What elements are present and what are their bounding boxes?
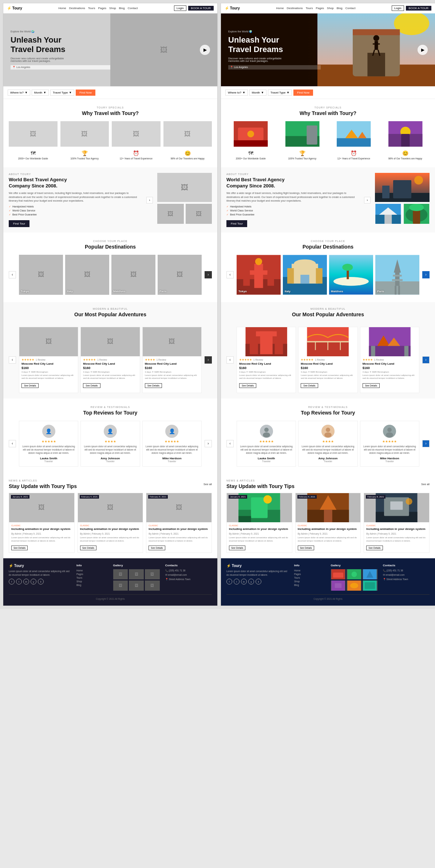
news-section: NEWS & ARTICLES Stay Update with Toury T…: [3, 474, 217, 558]
play-button-right[interactable]: ▶: [418, 45, 428, 55]
month-selector[interactable]: Month ▼: [32, 90, 49, 96]
youtube-icon-right[interactable]: y: [248, 579, 254, 584]
about-img-right-3: [403, 204, 430, 224]
dest-carousel-right: ‹: [226, 255, 430, 295]
find-tour-button[interactable]: Find Tour: [9, 220, 29, 227]
footer-link-blog-right[interactable]: Blog: [294, 584, 325, 586]
dest-img-italy-right: Italy: [283, 255, 327, 295]
adv-price-right-3: $160: [363, 366, 417, 370]
instagram-icon-right[interactable]: in: [241, 579, 247, 584]
dest-prev-arrow[interactable]: ‹: [9, 271, 16, 278]
see-all-link-right[interactable]: See all: [421, 483, 430, 486]
explore-tag: Explore the World 🌍: [11, 30, 114, 33]
news-detail-btn-1[interactable]: See Details: [11, 546, 28, 550]
where-to-right[interactable]: Where to? ▼: [225, 90, 248, 96]
adv-details-btn-right-1[interactable]: See Details: [239, 383, 256, 388]
gallery-img-right-3: [363, 569, 377, 579]
twitter-icon[interactable]: t: [16, 579, 22, 584]
linkedin-icon[interactable]: li: [38, 579, 44, 584]
svg-rect-101: [324, 510, 332, 522]
adv-review-right-3: 1 Review: [374, 358, 384, 361]
happy-icon-right: 😊: [381, 150, 430, 156]
footer-grid: ⚡ Toury Lorem ipsum dolor sit amet conse…: [9, 564, 212, 591]
adv-next-arrow[interactable]: ›: [205, 356, 212, 364]
footer-link-pages-right[interactable]: Pages: [294, 573, 325, 575]
adv-details-btn-right-2[interactable]: See Details: [301, 383, 318, 388]
find-now-button-right[interactable]: Find Now: [293, 90, 313, 96]
find-tour-button-right[interactable]: Find Tour: [226, 220, 247, 227]
month-right[interactable]: Month ▼: [249, 90, 266, 96]
why-title-right: Why Travel with Toury?: [226, 110, 430, 116]
adv-details-btn-1[interactable]: See Details: [21, 383, 39, 388]
adv-title-3: Moscow Red City Land: [145, 362, 199, 365]
adv-price-3: $160: [145, 366, 199, 370]
footer-link-shop-right[interactable]: Shop: [294, 580, 325, 583]
footer-link-home[interactable]: Home: [76, 569, 108, 572]
reviews-next-arrow[interactable]: ›: [205, 440, 212, 447]
gallery-img-right-4: [331, 580, 346, 591]
book-tour-button[interactable]: BOOK A TOUR: [188, 6, 214, 11]
adv-stars-right-2: ★★★★★: [301, 358, 313, 361]
adv-details-btn-3[interactable]: See Details: [145, 383, 162, 388]
about-next-arrow-right[interactable]: ›: [364, 197, 371, 203]
dest-prev-arrow-right[interactable]: ‹: [226, 271, 234, 278]
adv-details-btn-right-3[interactable]: See Details: [363, 383, 380, 388]
twitter-icon-right[interactable]: t: [234, 579, 240, 584]
see-all-link[interactable]: See all: [203, 483, 212, 486]
adv-prev-arrow[interactable]: ‹: [9, 356, 16, 364]
adv-next-arrow-right[interactable]: ›: [422, 356, 430, 364]
why-label-right-3: 12+ Years of Travel Experience: [329, 157, 378, 160]
svg-rect-29: [393, 180, 411, 198]
footer-desc: Lorem ipsum dolor sit amet consectetur a…: [9, 570, 71, 577]
login-button[interactable]: Login: [174, 5, 186, 11]
play-button[interactable]: ▶: [200, 45, 210, 55]
dest-next-arrow-right[interactable]: ›: [422, 271, 430, 278]
about-section: ABOUT TOURY World Best Travel AgencyComp…: [3, 167, 217, 232]
experience-icon: ⏰: [112, 150, 161, 156]
adv-prev-arrow-right[interactable]: ‹: [226, 356, 234, 364]
footer-link-tours-right[interactable]: Tours: [294, 576, 325, 579]
footer-link-pages[interactable]: Pages: [76, 573, 108, 575]
login-button-right[interactable]: Login: [392, 5, 404, 11]
hero-location: 📍 Los Angeles: [11, 65, 114, 70]
travel-type-right[interactable]: Travel Type ▼: [268, 90, 292, 96]
reviews-prev-arrow-right[interactable]: ‹: [226, 440, 234, 447]
dest-card-italy-right: Italy: [283, 255, 327, 295]
dest-img-tokyo: 🖼: [19, 255, 63, 295]
dest-label-italy: Italy: [67, 290, 73, 293]
adv-details-btn-2[interactable]: See Details: [83, 383, 100, 388]
news-detail-btn-2[interactable]: See Details: [80, 546, 96, 550]
news-detail-btn-right-3[interactable]: See Details: [366, 546, 383, 550]
footer-link-shop[interactable]: Shop: [76, 580, 108, 583]
footer-link-home-right[interactable]: Home: [294, 569, 325, 572]
adv-card-2: 🖼 ★★★★★ 1 Review Moscow Red City Land $1…: [80, 327, 140, 393]
about-next-arrow[interactable]: ›: [146, 197, 153, 203]
reviews-prev-arrow[interactable]: ‹: [9, 440, 16, 447]
news-detail-btn-right-1[interactable]: See Details: [229, 546, 245, 550]
youtube-icon[interactable]: y: [31, 579, 36, 584]
about-section-right: ABOUT TOURY World Best Travel AgencyComp…: [221, 167, 435, 232]
linkedin-icon-right[interactable]: li: [256, 579, 261, 584]
adv-meta-3: 3 days ☀ SMR Birmingham: [145, 370, 199, 373]
reviews-next-arrow-right[interactable]: ›: [422, 440, 430, 447]
reviews-section-right: REVIEW & TESTIMONIALS Top Reviews for To…: [221, 399, 435, 474]
reviewer-name-right-1: Lauka Smith: [240, 457, 293, 460]
find-now-button[interactable]: Find Now: [76, 90, 95, 96]
news-detail-btn-3[interactable]: See Details: [149, 546, 165, 550]
dest-next-arrow[interactable]: ›: [205, 271, 212, 278]
adv-card-3: 🖼 ★★★★ 1 Review Moscow Red City Land $16…: [142, 327, 202, 393]
footer-link-tours[interactable]: Tours: [76, 576, 108, 579]
adventures-section-right: MODERN & BEAUTIFUL Our Most Popular Adve…: [221, 302, 435, 399]
where-to-input[interactable]: Where to? ▼: [8, 90, 30, 96]
facebook-icon-right[interactable]: f: [226, 579, 232, 584]
instagram-icon[interactable]: in: [23, 579, 29, 584]
adv-stars-right-3: ★★★★: [363, 358, 373, 361]
dest-label-paris-right: Paris: [377, 290, 384, 293]
why-img-1: 🖼: [9, 121, 58, 147]
travel-type-selector[interactable]: Travel Type ▼: [50, 90, 74, 96]
footer-link-blog[interactable]: Blog: [76, 584, 108, 586]
news-detail-btn-right-2[interactable]: See Details: [298, 546, 314, 550]
footer-contacts-heading-right: Contacts: [383, 564, 430, 567]
facebook-icon[interactable]: f: [9, 579, 15, 584]
book-tour-button-right[interactable]: BOOK A TOUR: [406, 6, 431, 11]
